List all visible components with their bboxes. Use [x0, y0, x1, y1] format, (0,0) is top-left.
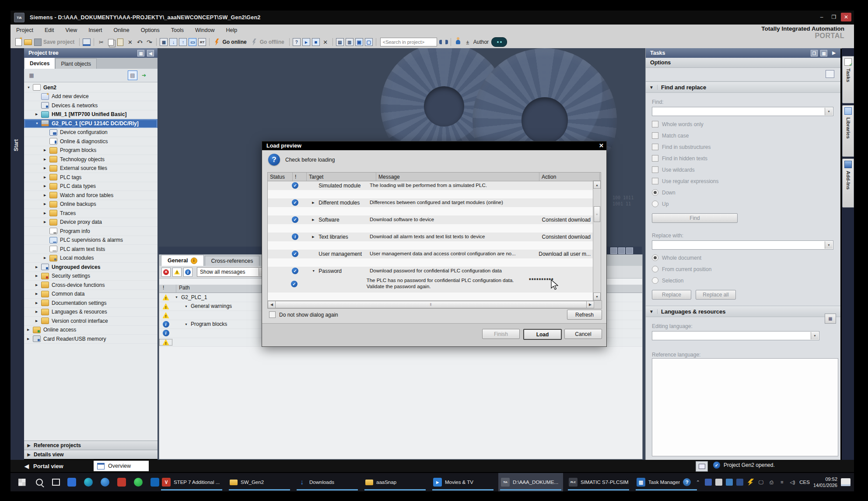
user-icon[interactable] [454, 38, 462, 46]
replace-all-button[interactable]: Replace all [696, 290, 736, 300]
tree-item[interactable]: ▶ PLC tags [24, 173, 158, 182]
col-action[interactable]: Action [539, 173, 600, 181]
close-button[interactable]: ✕ [841, 13, 851, 21]
chevron-down-icon[interactable]: ▼ [646, 309, 658, 314]
copilot-icon[interactable] [491, 37, 507, 47]
save-project-icon[interactable] [33, 38, 42, 46]
tree-item[interactable]: ▶ Ungrouped devices [24, 263, 158, 272]
row-expand-icon[interactable]: ▼ [185, 323, 191, 326]
bottom-bar[interactable]: ▶ Details view [24, 450, 158, 459]
copy-icon[interactable] [106, 38, 115, 46]
action-value[interactable] [527, 207, 594, 216]
minimize-button[interactable]: – [816, 13, 827, 21]
window-layout-icon[interactable]: ▣ [355, 38, 364, 46]
tree-expand-icon[interactable]: ▶ [35, 274, 41, 278]
float-panel-icon[interactable]: ❐ [811, 50, 818, 56]
col-exclamation[interactable]: ! [293, 173, 307, 181]
tab-general[interactable]: General i [161, 255, 204, 266]
task-view-icon[interactable] [51, 477, 61, 487]
info-window-icon[interactable] [618, 247, 625, 254]
find-input[interactable]: ▼ [652, 107, 833, 116]
dropdown-arrow-icon[interactable]: ▼ [811, 332, 819, 339]
action-value[interactable] [527, 293, 594, 301]
chevron-down-icon[interactable]: ▼ [646, 85, 658, 90]
tree-tab[interactable]: Devices [24, 57, 55, 69]
load-preview-row[interactable] [268, 190, 594, 199]
paste-icon[interactable] [116, 38, 125, 46]
download-to-device-icon[interactable]: ↓ [169, 38, 178, 46]
tree-expand-icon[interactable]: ▶ [35, 292, 41, 296]
replace-input[interactable]: ▼ [652, 240, 833, 250]
go-online-icon[interactable] [212, 38, 221, 46]
tree-item[interactable]: ▶ Device proxy data [24, 218, 158, 227]
tree-item[interactable]: Device configuration [24, 128, 158, 138]
tree-item[interactable]: ▶ Cross-device functions [24, 281, 158, 290]
tree-item[interactable]: ▶ Online backups [24, 200, 158, 209]
overview-tab[interactable]: Overview [94, 461, 149, 471]
filter-info-icon[interactable] [183, 268, 192, 277]
direction-radio[interactable]: Up [652, 201, 840, 207]
scroll-thumb[interactable]: ≡ [594, 206, 600, 222]
portal-view-switch[interactable]: ◀ Portal view [24, 463, 63, 469]
menu-item[interactable]: Insert [83, 27, 108, 33]
scroll-up-icon[interactable]: ▲ [593, 181, 601, 189]
tray-bolt-icon[interactable] [747, 479, 754, 486]
find-option-checkbox[interactable]: Use regular expressions [652, 178, 840, 184]
filter-errors-icon[interactable]: ✕ [161, 268, 171, 277]
tree-expand-icon[interactable]: ▶ [35, 113, 41, 116]
radio-circle[interactable] [652, 277, 658, 284]
checkbox-box[interactable] [652, 132, 658, 139]
action-value[interactable]: Consistent download [527, 215, 594, 224]
tree-item[interactable]: ▶ Languages & resources [24, 308, 158, 317]
checkbox-box[interactable] [652, 178, 658, 184]
col-message[interactable]: Message [376, 173, 539, 181]
scroll-thumb[interactable]: ⦀ [275, 301, 587, 308]
tree-item[interactable]: Add new device [24, 92, 158, 102]
go-offline-label[interactable]: Go offline [260, 39, 284, 45]
side-tab-tasks[interactable]: Tasks [842, 56, 854, 103]
menu-item[interactable]: View [60, 27, 83, 33]
checkbox-box[interactable] [652, 144, 658, 150]
start-rail[interactable]: Start [10, 48, 24, 460]
side-tab-addins[interactable]: Add-Ins [842, 159, 854, 208]
replace-button[interactable]: Replace [652, 290, 691, 300]
tree-expand-icon[interactable]: ▼ [27, 86, 33, 89]
action-value[interactable] [527, 241, 594, 250]
browser-app-icon[interactable] [100, 477, 110, 487]
split-editor-horizontal-icon[interactable]: ▤ [336, 38, 344, 46]
action-value[interactable]: Consistent download [527, 233, 594, 241]
columns-icon[interactable]: ▥ [820, 50, 827, 56]
scroll-left-icon[interactable]: ◀ [268, 301, 276, 308]
taskbar-window-button[interactable]: aaaSnap [363, 473, 427, 491]
help-tray-icon[interactable]: ? [683, 478, 691, 486]
add-language-button[interactable]: ▦ [825, 314, 836, 324]
tray-display-icon[interactable]: 🖵 [757, 479, 764, 486]
load-preview-row[interactable] [268, 207, 594, 216]
radio-circle[interactable] [652, 266, 658, 272]
col-status[interactable]: Status [268, 173, 293, 181]
tab-cross-references[interactable]: Cross-references [205, 256, 260, 266]
find-option-checkbox[interactable]: Whole words only [652, 121, 840, 127]
accessible-devices-icon[interactable]: ? [292, 38, 301, 46]
find-replace-header[interactable]: ▼ Find and replace [646, 81, 840, 93]
whatsapp-icon[interactable] [133, 477, 144, 487]
tree-expand-icon[interactable]: ▶ [44, 166, 49, 170]
columns-icon[interactable]: ▥ [137, 50, 144, 56]
load-preview-row[interactable] [268, 293, 594, 301]
menu-item[interactable]: Options [135, 27, 165, 33]
tree-expand-icon[interactable]: ▶ [27, 337, 33, 341]
user-caret-icon[interactable]: ± [463, 38, 472, 46]
load-preview-row[interactable] [268, 258, 594, 267]
load-button[interactable]: Load [523, 329, 562, 340]
search-project-icon[interactable] [439, 38, 448, 46]
dont-show-again-checkbox[interactable] [269, 311, 276, 318]
network-icon[interactable]: ⌗ [778, 479, 785, 486]
menu-item[interactable]: Tools [165, 27, 189, 33]
taskbar-window-button[interactable]: SW_Gen2 [227, 473, 292, 491]
tree-item[interactable]: ▶ Program blocks [24, 146, 158, 155]
taskbar-search-icon[interactable] [34, 477, 45, 487]
tree-expand-icon[interactable]: ▶ [44, 184, 49, 188]
start-cpu-icon[interactable]: ▸ [302, 38, 311, 46]
menu-item[interactable]: Help [220, 27, 243, 33]
options-bar[interactable]: Options [646, 58, 840, 68]
